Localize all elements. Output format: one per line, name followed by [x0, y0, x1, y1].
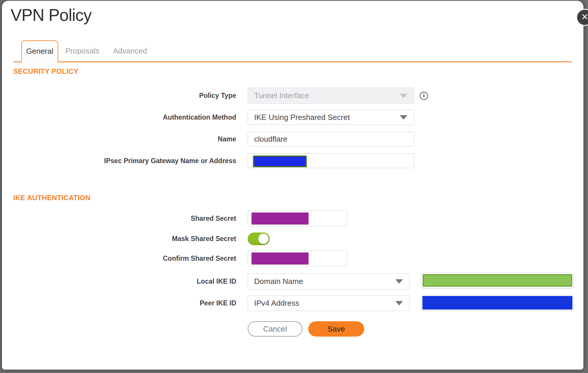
tab-advanced[interactable]: Advanced	[106, 40, 154, 62]
peer-ike-id-label: Peer IKE ID	[13, 295, 236, 311]
confirm-shared-secret-input[interactable]	[248, 250, 347, 266]
page-title: VPN Policy	[11, 5, 91, 25]
local-ike-id-type-value: Domain Name	[254, 277, 303, 286]
section-heading-security-policy: SECURITY POLICY	[13, 67, 78, 76]
chevron-down-icon	[395, 301, 403, 305]
policy-type-select: Tunnel Interface	[248, 88, 414, 104]
save-button[interactable]: Save	[308, 321, 364, 337]
peer-ike-id-select[interactable]: IPv4 Address	[248, 295, 410, 311]
gateway-redaction-block	[253, 155, 307, 167]
section-heading-ike-authentication: IKE AUTHENTICATION	[13, 194, 91, 202]
tab-general[interactable]: General	[21, 40, 58, 62]
local-ike-id-label: Local IKE ID	[13, 273, 236, 289]
shared-secret-label: Shared Secret	[13, 210, 236, 226]
peer-ike-id-value-input[interactable]	[421, 295, 574, 311]
peer-ike-id-redaction-block	[422, 296, 572, 310]
authentication-method-select[interactable]: IKE Using Preshared Secret	[248, 110, 414, 125]
mask-shared-secret-label: Mask Shared Secret	[13, 233, 236, 245]
local-ike-id-redaction-block	[423, 274, 572, 287]
mask-shared-secret-toggle[interactable]	[248, 233, 270, 245]
policy-type-value: Tunnel Interface	[254, 91, 309, 100]
toggle-knob	[258, 234, 269, 244]
chevron-down-icon	[400, 115, 407, 120]
gateway-label: IPsec Primary Gateway Name or Address	[13, 153, 236, 168]
chevron-down-icon	[400, 94, 407, 98]
shared-secret-redaction-block	[251, 213, 309, 225]
tab-underline	[13, 61, 572, 62]
authentication-method-label: Authentication Method	[13, 110, 236, 125]
authentication-method-value: IKE Using Preshared Secret	[254, 113, 350, 122]
confirm-shared-secret-redaction-block	[251, 252, 309, 265]
shared-secret-input[interactable]	[248, 210, 347, 226]
peer-ike-id-type-value: IPv4 Address	[254, 299, 299, 308]
gateway-input[interactable]	[248, 153, 414, 168]
tab-proposals[interactable]: Proposals	[59, 40, 106, 62]
cancel-button[interactable]: Cancel	[248, 321, 302, 337]
name-label: Name	[13, 132, 236, 147]
name-input[interactable]: cloudflare	[248, 132, 414, 147]
local-ike-id-select[interactable]: Domain Name	[248, 273, 410, 289]
policy-type-label: Policy Type	[13, 88, 236, 104]
info-icon[interactable]: i	[420, 92, 428, 100]
vpn-policy-dialog: VPN Policy ✕ General Proposals Advanced …	[0, 0, 588, 373]
confirm-shared-secret-label: Confirm Shared Secret	[13, 250, 236, 266]
name-value: cloudflare	[254, 135, 287, 144]
local-ike-id-value-input[interactable]	[421, 273, 574, 288]
chevron-down-icon	[395, 279, 403, 284]
